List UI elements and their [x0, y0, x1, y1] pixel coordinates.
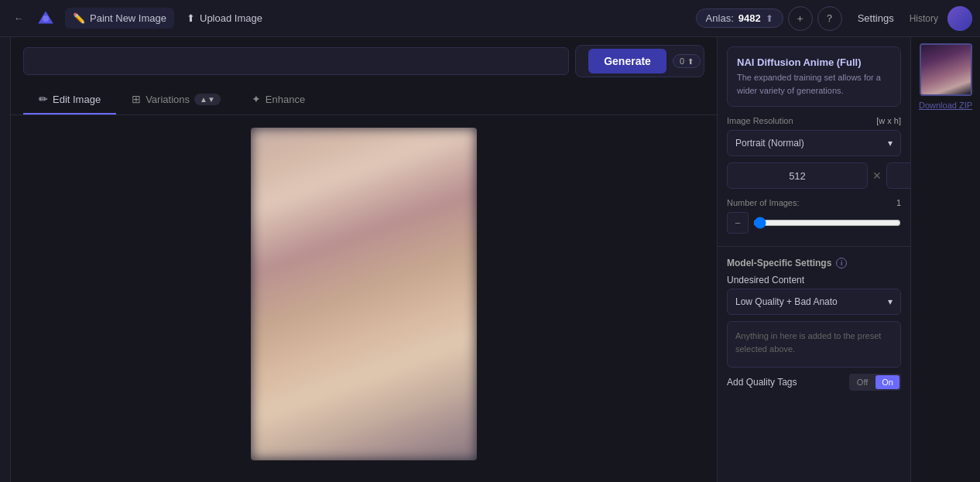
dims-row: ✕ — [727, 162, 901, 189]
history-label: History — [910, 13, 938, 24]
tab-enhance-label: Enhance — [266, 94, 305, 105]
download-zip-button[interactable]: Download ZIP — [919, 101, 972, 110]
quality-tags-row: Add Quality Tags Off On — [718, 367, 910, 397]
settings-panel: NAI Diffusion Anime (Full) The expanded … — [717, 37, 910, 482]
history-sidebar: Download ZIP — [910, 37, 980, 482]
quality-tags-on-button[interactable]: On — [875, 375, 899, 389]
chevron-down-icon: ▾ — [888, 138, 893, 149]
generate-button[interactable]: Generate — [588, 49, 666, 73]
cost-badge: 0 ⬆ — [673, 54, 701, 68]
dims-label: [w x h] — [876, 116, 901, 125]
image-resolution-section: Image Resolution [w x h] Portrait (Norma… — [718, 107, 910, 198]
count-minus-button[interactable]: − — [727, 212, 749, 234]
resolution-label-text: Image Resolution — [727, 116, 793, 125]
settings-button[interactable]: Settings — [847, 8, 905, 29]
tab-variations-label: Variations — [146, 94, 190, 105]
num-images-section: Number of Images: 1 − — [718, 198, 910, 243]
undesired-preset-select[interactable]: Low Quality + Bad Anato ▾ — [727, 289, 901, 315]
nav-paint-new-image[interactable]: ✏️ Paint New Image — [65, 8, 174, 29]
height-input[interactable] — [886, 162, 910, 189]
logo — [34, 7, 57, 30]
variations-icon: ⊞ — [132, 93, 141, 105]
tab-variations[interactable]: ⊞ Variations ▲▼ — [116, 85, 236, 115]
undesired-select-wrapper: Low Quality + Bad Anato ▾ — [718, 289, 910, 315]
quality-tags-off-button[interactable]: Off — [851, 375, 874, 389]
upload-icon: ⬆ — [187, 12, 195, 24]
model-specific-info-icon[interactable]: i — [836, 258, 847, 268]
prompt-input[interactable] — [23, 47, 569, 75]
topnav: ← ✏️ Paint New Image ⬆ Upload Image Anla… — [0, 0, 980, 37]
add-anlas-button[interactable]: ＋ — [788, 6, 813, 31]
num-images-label: Number of Images: 1 — [727, 198, 901, 207]
svg-point-1 — [43, 15, 49, 21]
anlas-value: 9482 — [738, 12, 761, 24]
quality-tags-label: Add Quality Tags — [727, 377, 797, 388]
model-specific-label: Model-Specific Settings — [727, 258, 831, 268]
edit-icon: ✏ — [39, 93, 48, 105]
image-area — [11, 115, 717, 482]
prompt-bar: Generate 0 ⬆ — [11, 37, 717, 85]
num-images-label-text: Number of Images: — [727, 198, 800, 207]
width-input[interactable] — [727, 162, 868, 189]
tabs-bar: ✏ Edit Image ⊞ Variations ▲▼ ✦ Enhance — [11, 85, 717, 115]
chevron-down-icon-undesired: ▾ — [888, 296, 893, 307]
tab-edit-image[interactable]: ✏ Edit Image — [23, 85, 116, 115]
back-button[interactable]: ← — [8, 8, 29, 29]
history-thumb-image — [921, 45, 971, 94]
generate-label: Generate — [604, 55, 651, 67]
variations-badge: ▲▼ — [194, 94, 221, 105]
anlas-label: Anlas: — [706, 12, 734, 24]
anlas-icon: ⬆ — [766, 13, 773, 24]
nav-upload-image[interactable]: ⬆ Upload Image — [179, 8, 270, 29]
left-panel — [0, 37, 11, 482]
anlas-badge: Anlas: 9482 ⬆ — [696, 9, 783, 28]
image-canvas — [251, 128, 477, 460]
model-card: NAI Diffusion Anime (Full) The expanded … — [727, 46, 901, 107]
undesired-preset-value: Low Quality + Bad Anato — [735, 296, 838, 307]
model-description: The expanded training set allows for a w… — [737, 71, 891, 97]
divider — [718, 246, 910, 247]
tab-enhance[interactable]: ✦ Enhance — [236, 85, 320, 115]
count-slider[interactable] — [753, 212, 901, 234]
undesired-content-label: Undesired Content — [718, 272, 910, 289]
model-specific-header: Model-Specific Settings i — [718, 250, 910, 272]
undesired-placeholder-text: Anything in here is added to the preset … — [735, 331, 881, 354]
pencil-icon: ✏️ — [73, 12, 85, 24]
model-title: NAI Diffusion Anime (Full) — [737, 56, 891, 68]
main-content: Generate 0 ⬆ ✏ Edit Image ⊞ Variations ▲… — [0, 37, 980, 482]
num-images-value: 1 — [896, 198, 901, 207]
undesired-textarea[interactable]: Anything in here is added to the preset … — [727, 321, 901, 367]
avatar[interactable] — [947, 6, 972, 31]
image-preview — [251, 128, 477, 460]
resolution-preset-value: Portrait (Normal) — [735, 138, 804, 149]
nav-paint-label: Paint New Image — [90, 12, 166, 24]
cost-value: 0 — [680, 56, 684, 66]
enhance-icon: ✦ — [252, 93, 261, 105]
resolution-label: Image Resolution [w x h] — [727, 116, 901, 125]
help-button[interactable]: ？ — [817, 6, 842, 31]
cost-icon: ⬆ — [687, 57, 694, 66]
history-thumbnail[interactable] — [920, 43, 972, 96]
tab-edit-label: Edit Image — [53, 94, 101, 105]
resolution-preset-select[interactable]: Portrait (Normal) ▾ — [727, 130, 901, 156]
count-row: − — [727, 212, 901, 234]
center-area: Generate 0 ⬆ ✏ Edit Image ⊞ Variations ▲… — [11, 37, 717, 482]
quality-tags-toggle: Off On — [849, 374, 901, 391]
nav-upload-label: Upload Image — [200, 12, 262, 24]
dims-cross-icon: ✕ — [872, 169, 882, 182]
